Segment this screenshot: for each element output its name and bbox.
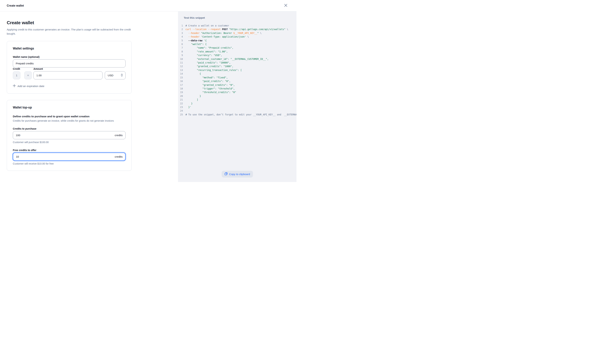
code-line: 23 }' <box>178 105 296 109</box>
line-number: 15 <box>178 76 183 79</box>
line-number: 11 <box>178 61 183 65</box>
snippet-panel: Test this snippet 1# Create a wallet on … <box>178 11 296 182</box>
code-line: 20 } <box>178 94 296 98</box>
wallet-top-up-title: Wallet top-up <box>13 106 126 109</box>
code-line: 16 "paid_credits": "0", <box>178 79 296 83</box>
close-button[interactable] <box>283 3 288 8</box>
create-wallet-form: Create wallet Applying credit to this cu… <box>0 11 178 182</box>
free-credits-label: Free credits to offer <box>13 149 126 152</box>
dialog-title: Create wallet <box>7 4 24 7</box>
code-line: 3 --header "Authorization: Bearer $__YOU… <box>178 31 296 35</box>
line-number: 20 <box>178 94 183 98</box>
code-line: 12 "granted_credits": "1000", <box>178 65 296 68</box>
top-up-subtitle-hint: Credits for purchases generate an invoic… <box>13 119 126 122</box>
line-number: 5 <box>178 39 183 42</box>
code-line: 2curl --location --request POST "https:/… <box>178 27 296 31</box>
line-number: 12 <box>178 65 183 68</box>
free-credits-field: credits <box>13 153 126 161</box>
line-number: 10 <box>178 57 183 61</box>
free-credits-input[interactable] <box>13 153 126 161</box>
wallet-settings-title: Wallet settings <box>13 47 126 50</box>
wallet-name-label: Wallet name (optional) <box>13 56 126 58</box>
code-line: 13 "recurring_transaction_rules": [ <box>178 68 296 72</box>
code-line: 15 "method": "fixed", <box>178 76 296 79</box>
line-number: 19 <box>178 91 183 94</box>
line-number: 8 <box>178 50 183 53</box>
dialog-header: Create wallet <box>0 0 296 11</box>
line-number: 16 <box>178 79 183 83</box>
code-lines: 1# Create a wallet on a customer2curl --… <box>178 24 296 117</box>
rate-amount-input[interactable] <box>33 71 103 79</box>
close-icon <box>284 4 287 8</box>
wallet-settings-card: Wallet settings Wallet name (optional) C… <box>7 41 132 94</box>
credit-label: Credit <box>13 67 20 70</box>
page-description: Applying credit to this customer generat… <box>7 27 132 36</box>
free-credits-helper-text: Customer will receive $10.00 for free <box>13 162 126 165</box>
equals-sign: = <box>27 74 29 77</box>
code-line: 10 "external_customer_id": "__EXTERNAL_C… <box>178 57 296 61</box>
amount-label: Amount <box>33 67 103 70</box>
line-number: 18 <box>178 87 183 91</box>
snippet-panel-title: Test this snippet <box>178 11 296 19</box>
code-line: 6 "wallet": { <box>178 42 296 46</box>
line-number: 7 <box>178 46 183 50</box>
code-line: 21 ] <box>178 98 296 102</box>
wallet-top-up-card: Wallet top-up Define credits to purchase… <box>7 100 132 171</box>
code-line: 7 "name": "Prepaid credits", <box>178 46 296 50</box>
code-line: 8 "rate_amount": "1.00", <box>178 50 296 53</box>
line-number: 25 <box>178 113 183 117</box>
amount-column: Amount <box>33 67 103 79</box>
currency-value: USD <box>108 74 113 77</box>
code-line: 18 "trigger": "threshold", <box>178 87 296 91</box>
line-number: 2 <box>178 27 183 31</box>
code-line: 24 <box>178 109 296 113</box>
code-line: 19 "threshold_credits": "0" <box>178 91 296 94</box>
copy-to-clipboard-label: Copy to clipboard <box>229 173 250 176</box>
top-up-subtitle: Define credits to purchase and to grant … <box>13 115 126 118</box>
purchase-helper-text: Customer will purchase $100.00 <box>13 141 126 143</box>
credits-to-purchase-label: Credits to purchase <box>13 127 126 130</box>
line-number: 4 <box>178 35 183 39</box>
add-expiration-date-button[interactable]: Add an expiration date <box>13 84 44 88</box>
currency-select[interactable]: USD <box>105 71 126 79</box>
credit-value: 1 <box>16 74 18 77</box>
line-number: 3 <box>178 31 183 35</box>
line-number: 6 <box>178 42 183 46</box>
line-number: 13 <box>178 68 183 72</box>
credits-to-purchase-input[interactable] <box>13 131 126 139</box>
code-line: 17 "granted_credits": "0", <box>178 83 296 87</box>
code-line: 22 } <box>178 102 296 105</box>
code-line: 1# Create a wallet on a customer <box>178 24 296 27</box>
page-title: Create wallet <box>7 20 178 26</box>
line-number: 17 <box>178 83 183 87</box>
add-expiration-date-label: Add an expiration date <box>18 84 44 88</box>
line-number: 22 <box>178 102 183 105</box>
credit-value-box: 1 <box>13 71 20 79</box>
line-number: 1 <box>178 24 183 27</box>
code-line: 4 --header 'Content-Type: application/js… <box>178 35 296 39</box>
code-line: 5 --data-raw '{ <box>178 39 296 42</box>
code-line: 9 "currency": "USD", <box>178 53 296 57</box>
copy-icon <box>225 172 227 176</box>
select-arrows-icon <box>121 73 123 78</box>
credits-to-purchase-field: credits <box>13 131 126 139</box>
credit-column: Credit 1 <box>13 67 20 79</box>
code-line: 11 "paid_credits": "10000", <box>178 61 296 65</box>
line-number: 14 <box>178 72 183 76</box>
code-line: 14 { <box>178 72 296 76</box>
line-number: 9 <box>178 53 183 57</box>
line-number: 23 <box>178 105 183 109</box>
line-number: 24 <box>178 109 183 113</box>
wallet-name-input[interactable] <box>13 59 126 67</box>
equals-box: = <box>24 71 32 79</box>
line-number: 21 <box>178 98 183 102</box>
plus-icon <box>13 84 16 88</box>
code-line: 25# To use the snippet, don’t forget to … <box>178 113 296 117</box>
copy-to-clipboard-button[interactable]: Copy to clipboard <box>222 171 253 177</box>
